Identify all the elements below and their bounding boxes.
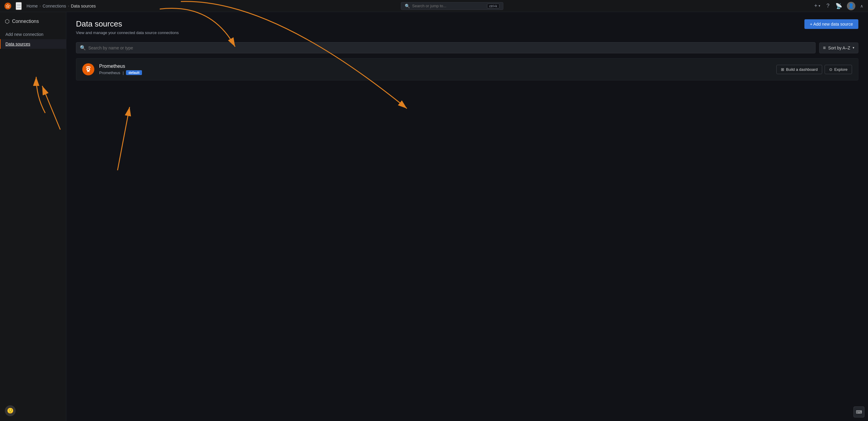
- datasource-row: Prometheus Prometheus | default ⊞ Build …: [76, 58, 858, 80]
- page-subtitle: View and manage your connected data sour…: [76, 30, 179, 35]
- grid-icon: ⊞: [781, 67, 784, 72]
- sort-chevron-icon: ▾: [852, 46, 855, 50]
- top-navigation: ☰ Home › Connections › Data sources 🔍 ct…: [0, 0, 868, 12]
- search-sort-row: 🔍 ≡ Sort by A–Z ▾: [76, 42, 858, 53]
- meta-separator: |: [123, 70, 124, 75]
- hamburger-menu[interactable]: ☰: [16, 2, 22, 10]
- svg-point-2: [7, 5, 9, 7]
- chevron-up-icon: ∧: [860, 4, 863, 8]
- build-dashboard-button[interactable]: ⊞ Build a dashboard: [776, 65, 822, 74]
- breadcrumb: Home › Connections › Data sources: [27, 4, 96, 8]
- page-title: Data sources: [76, 19, 179, 29]
- search-input[interactable]: [412, 4, 485, 8]
- collapse-button[interactable]: ∧: [859, 2, 864, 10]
- sidebar-title: ⬡ Connections: [0, 17, 66, 30]
- grafana-logo[interactable]: [4, 2, 12, 10]
- terminal-icon: ⌨: [856, 410, 862, 414]
- datasource-icon: [82, 63, 94, 75]
- news-button[interactable]: 📡: [834, 1, 843, 10]
- main-content: Data sources View and manage your connec…: [66, 12, 868, 421]
- breadcrumb-sep-1: ›: [39, 4, 41, 8]
- global-search[interactable]: 🔍 ctrl+k: [401, 2, 503, 10]
- user-avatar[interactable]: 👤: [847, 2, 855, 10]
- search-shortcut: ctrl+k: [487, 4, 499, 8]
- breadcrumb-current: Data sources: [71, 4, 96, 8]
- page-title-block: Data sources View and manage your connec…: [76, 19, 179, 35]
- compass-icon: ⊙: [829, 67, 832, 72]
- datasource-name: Prometheus: [99, 64, 776, 69]
- svg-point-3: [88, 69, 89, 70]
- breadcrumb-connections[interactable]: Connections: [42, 4, 66, 8]
- hamburger-icon: ☰: [16, 3, 21, 9]
- datasource-list: Prometheus Prometheus | default ⊞ Build …: [76, 58, 858, 80]
- datasource-type: Prometheus: [99, 70, 120, 75]
- datasource-info: Prometheus Prometheus | default: [99, 64, 776, 75]
- help-button[interactable]: ?: [825, 1, 831, 10]
- search-icon: 🔍: [405, 4, 410, 8]
- plus-icon: +: [814, 3, 817, 9]
- bottom-left-widget[interactable]: 🙂: [5, 405, 16, 416]
- rss-icon: 📡: [835, 3, 842, 9]
- breadcrumb-sep-2: ›: [68, 4, 69, 8]
- add-button[interactable]: + ▾: [813, 1, 822, 10]
- main-layout: ⬡ Connections Add new connection Data so…: [0, 12, 868, 421]
- sidebar: ⬡ Connections Add new connection Data so…: [0, 12, 66, 421]
- connections-icon: ⬡: [5, 18, 10, 25]
- sidebar-item-add-connection[interactable]: Add new connection: [0, 30, 66, 39]
- breadcrumb-home[interactable]: Home: [27, 4, 38, 8]
- plus-chevron-icon: ▾: [818, 4, 820, 8]
- datasource-badge: default: [126, 70, 142, 75]
- sidebar-item-data-sources[interactable]: Data sources: [0, 39, 66, 49]
- terminal-button[interactable]: ⌨: [854, 407, 864, 417]
- search-box-icon: 🔍: [80, 45, 86, 51]
- datasource-search-input[interactable]: [88, 45, 812, 50]
- datasource-search-box[interactable]: 🔍: [76, 42, 815, 53]
- page-header: Data sources View and manage your connec…: [76, 19, 858, 35]
- add-new-datasource-button[interactable]: + Add new data source: [804, 19, 858, 29]
- datasource-meta: Prometheus | default: [99, 70, 776, 75]
- topnav-right-controls: + ▾ ? 📡 👤 ∧: [813, 1, 864, 10]
- sort-dropdown[interactable]: ≡ Sort by A–Z ▾: [819, 42, 859, 53]
- sort-icon: ≡: [823, 45, 826, 51]
- explore-button[interactable]: ⊙ Explore: [825, 65, 852, 74]
- datasource-actions: ⊞ Build a dashboard ⊙ Explore: [776, 65, 852, 74]
- widget-icon: 🙂: [7, 408, 13, 414]
- question-icon: ?: [827, 3, 830, 9]
